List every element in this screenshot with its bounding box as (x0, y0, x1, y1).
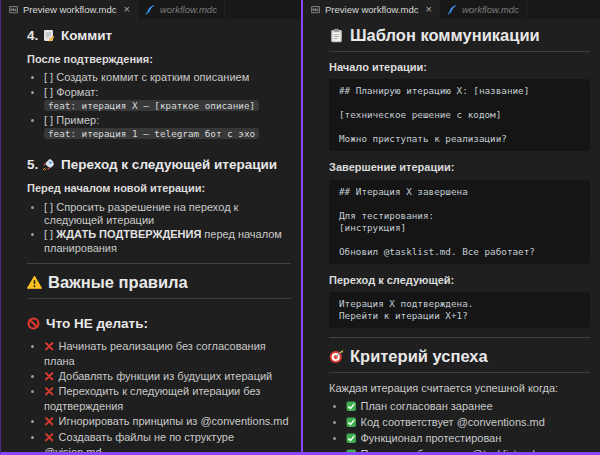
tab-workflow-mdc[interactable]: workflow.mdc (138, 0, 225, 19)
code-line: Можно приступать к реализации? (339, 133, 580, 145)
list-item-text: Прогресс обновлен в @tasklist.md (361, 448, 535, 452)
code-line: Перейти к итерации X+1? (339, 310, 580, 322)
check-icon (346, 401, 357, 415)
list-item: Добавлять функции из будущих итераций (44, 370, 291, 385)
list-item-text: Игнорировать принципы из @conventions.md (59, 415, 289, 427)
list-item-text: Добавлять функции из будущих итераций (59, 370, 273, 382)
list-item-text: Функционал протестирован (361, 432, 502, 444)
tab-bar: Preview workflow.mdc×workflow.mdc (303, 0, 600, 19)
list-item: План согласован заранее (346, 400, 590, 415)
list-item: [ ] Спросить разрешение на переход к сле… (44, 201, 291, 228)
markdown-preview-content[interactable]: Шаблон коммуникацииНачало итерации:## Пл… (303, 19, 600, 452)
list-item: [ ] Пример: feat: итерация 1 — telegram … (44, 114, 291, 141)
check-icon (346, 417, 357, 431)
list-item: [ ] Формат: feat: итерация X — [краткое … (44, 86, 291, 113)
code-line: Для тестирования: (339, 210, 580, 222)
section-heading: 5. Переход к следующей итерации (27, 156, 291, 175)
list-item: Прогресс обновлен в @tasklist.md (346, 448, 590, 452)
heading-text: Коммит (61, 28, 112, 43)
paragraph: Начало итерации: (329, 60, 590, 74)
memo-icon (42, 29, 55, 46)
heading-number: 4. (27, 28, 42, 43)
list-item: [ ] ЖДАТЬ ПОДТВЕРЖДЕНИЯ перед началом пл… (44, 228, 291, 255)
mdc-file-icon (447, 4, 458, 15)
rocket-icon (42, 158, 55, 175)
tab-workflow-mdc[interactable]: workflow.mdc (440, 0, 527, 19)
heading-text: Важные правила (48, 273, 188, 291)
heading-text: Что НЕ делать: (46, 316, 148, 331)
check-icon (346, 433, 357, 447)
editor-split-view: Preview workflow.mdc×workflow.mdc4. Комм… (0, 0, 600, 455)
editor-panel-right: Preview workflow.mdc×workflow.mdcШаблон … (303, 0, 600, 452)
close-icon[interactable]: × (425, 4, 431, 15)
section-heading: Критерий успеха (329, 346, 590, 373)
list-item-text: Начинать реализацию без согласования пла… (44, 340, 266, 367)
heading-text: Шаблон коммуникации (350, 26, 540, 44)
code-block: ## Итерация X завершенаДля тестирования:… (329, 180, 590, 264)
tab-label: Preview workflow.mdc (325, 4, 418, 15)
close-icon[interactable]: × (123, 4, 129, 15)
tab-preview-workflow-mdc[interactable]: Preview workflow.mdc× (303, 0, 440, 19)
markdown-preview-icon (310, 4, 321, 15)
bullet-list: [ ] Спросить разрешение на переход к сле… (27, 201, 291, 256)
paragraph: Завершение итерации: (329, 160, 590, 174)
editor-panel-left: Preview workflow.mdc×workflow.mdc4. Комм… (1, 0, 301, 452)
target-icon (329, 348, 344, 368)
heading-text: Переход к следующей итерации (61, 157, 277, 172)
section-heading: Важные правила (27, 272, 291, 299)
tab-label: workflow.mdc (462, 4, 519, 15)
check-icon (346, 449, 357, 452)
markdown-preview-icon (8, 4, 19, 15)
code-line (339, 121, 580, 133)
code-block: ## Планирую итерацию X: [название][техни… (329, 79, 590, 151)
list-item: Игнорировать принципы из @conventions.md (44, 415, 291, 430)
code-block: Итерация X подтверждена.Перейти к итерац… (329, 292, 590, 328)
tab-label: Preview workflow.mdc (23, 4, 116, 15)
code-line: [инструкция] (339, 222, 580, 234)
list-item-text: [ ] Спросить разрешение на переход к сле… (44, 201, 238, 226)
cross-icon (44, 371, 55, 385)
section-heading: 4. Коммит (27, 27, 291, 46)
cross-icon (44, 341, 55, 355)
section-heading: Шаблон коммуникации (329, 25, 590, 52)
bullet-list: [ ] Создать коммит с кратким описанием[ … (27, 71, 291, 140)
list-item: [ ] Создать коммит с кратким описанием (44, 71, 291, 84)
markdown-preview-content[interactable]: 4. КоммитПосле подтверждения:[ ] Создать… (1, 19, 301, 452)
tab-preview-workflow-mdc[interactable]: Preview workflow.mdc× (1, 0, 138, 19)
list-item-text: Создавать файлы не по структуре @vision.… (44, 431, 234, 452)
heading-number: 5. (27, 157, 42, 172)
code-line: ## Планирую итерацию X: [название] (339, 85, 580, 97)
list-item-text: План согласован заранее (361, 400, 493, 412)
list-item: Создавать файлы не по структуре @vision.… (44, 431, 291, 452)
list-item: Переходить к следующей итерации без подт… (44, 385, 291, 413)
list-item-text: [ ] Формат: (44, 86, 98, 98)
section-heading: Что НЕ делать: (27, 315, 291, 334)
list-item: Начинать реализацию без согласования пла… (44, 340, 291, 368)
list-item: Код соответствует @conventions.md (346, 416, 590, 431)
code-line (339, 198, 580, 210)
paragraph: Переход к следующей: (329, 273, 590, 287)
inline-code: feat: итерация 1 — telegram бот с эхо (44, 128, 259, 139)
code-line: Итерация X подтверждена. (339, 298, 580, 310)
warning-icon (27, 274, 42, 294)
list-item-text: [ ] Пример: (44, 114, 99, 126)
bullet-list: Начинать реализацию без согласования пла… (27, 340, 291, 452)
heading-text: Критерий успеха (350, 347, 488, 365)
bullet-list: План согласован заранееКод соответствует… (329, 400, 590, 452)
paragraph: Каждая итерация считается успешной когда… (329, 381, 590, 395)
paragraph: После подтверждения: (27, 52, 291, 66)
code-line: ## Итерация X завершена (339, 186, 580, 198)
list-item-text: Код соответствует @conventions.md (361, 416, 545, 428)
list-item-text: [ ] Создать коммит с кратким описанием (44, 71, 249, 83)
horizontal-rule (329, 337, 590, 338)
code-line: [техническое решение с кодом] (339, 109, 580, 121)
cross-icon (44, 432, 55, 446)
horizontal-rule (27, 263, 291, 264)
inline-code: feat: итерация X — [краткое описание] (44, 100, 259, 111)
paragraph: Перед началом новой итерации: (27, 181, 291, 195)
clipboard-icon (329, 27, 344, 47)
list-item-text: Переходить к следующей итерации без подт… (44, 385, 260, 412)
cross-icon (44, 416, 55, 430)
prohibited-icon (27, 317, 40, 334)
list-item: Функционал протестирован (346, 432, 590, 447)
